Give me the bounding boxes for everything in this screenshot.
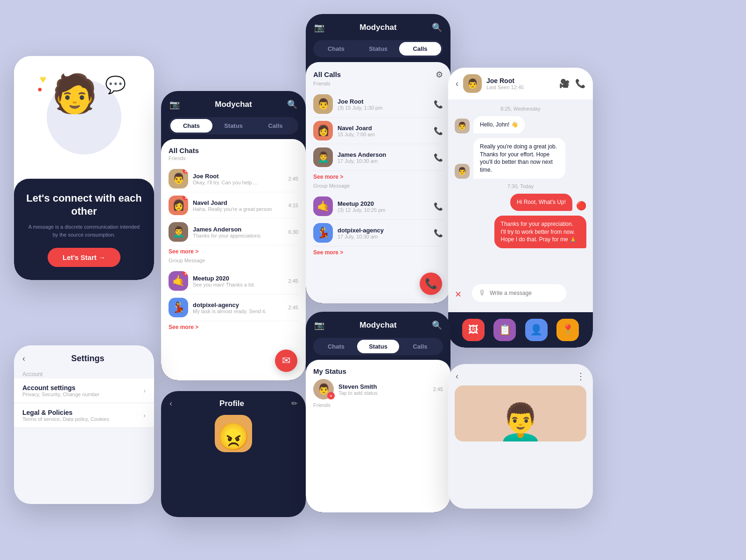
profile-edit-icon[interactable]: ✏ — [291, 399, 297, 408]
call-item-james[interactable]: 👨‍🦱 James Anderson 17 July, 10:30 am 📞 — [313, 144, 443, 171]
chat-item-meetup[interactable]: 🤙2 Meetup 2020 See you man! Thanks a lot… — [169, 268, 298, 294]
chat-item-james[interactable]: 👨‍🦱 James Anderson Thanks for your appre… — [169, 219, 298, 245]
chat-info-joe: Joe Root Okay, I'll try. Can you help...… — [193, 173, 284, 185]
msg-bubble-sent-2: Thanks for your appreciation. I'll try t… — [494, 216, 586, 248]
calls-tab-calls[interactable]: Calls — [399, 42, 441, 56]
welcome-illustration-area: ♥ ● 💬 🧑 — [14, 56, 154, 179]
call-name-dotpixel: dotpixel-agency — [338, 227, 429, 234]
chat-info-meetup: Meetup 2020 See you man! Thanks a lot. — [193, 275, 284, 287]
my-status-item[interactable]: 👨+ Steven Smith Tap to add status 2:45 — [313, 376, 443, 402]
message-input[interactable] — [490, 290, 560, 296]
sender-avatar-small-2: 👨 — [455, 164, 470, 179]
calls-avatar-james: 👨‍🦱 — [313, 147, 333, 167]
chats-tab-bar: Chats Status Calls — [169, 117, 298, 134]
calls-tab-status[interactable]: Status — [357, 42, 399, 56]
call-item-dotpixel-calls[interactable]: 💃 dotpixel-agency 17 July, 10:30 am 📞 — [313, 220, 443, 246]
msg-sent-1: Hi Root, What's Up! 🔴 — [455, 194, 586, 211]
heart-icon-1: ♥ — [40, 73, 46, 86]
settings-item-account[interactable]: Account settings Privacy, Security, Chan… — [14, 378, 154, 403]
video-call-icon[interactable]: 🎥 — [559, 78, 570, 89]
status-app-title: Modychat — [359, 321, 396, 330]
bottom-image-button[interactable]: 🖼 — [462, 319, 485, 341]
chat-time-navel: 4:15 — [289, 203, 298, 208]
msg-bubble-received-1: Hello, John! 👋 — [473, 116, 525, 133]
msg-received-1: 👨 Hello, John! 👋 — [455, 116, 586, 133]
my-status-info: Steven Smith Tap to add status — [338, 383, 378, 396]
status-add-badge: + — [327, 392, 335, 399]
bottom-location-button[interactable]: 📍 — [556, 319, 579, 341]
bottom-contact-button[interactable]: 👤 — [525, 319, 548, 341]
chat-name-meetup: Meetup 2020 — [193, 275, 284, 282]
chevron-icon-account: › — [143, 387, 146, 394]
badge-joe: 2 — [183, 169, 188, 174]
voice-call-icon[interactable]: 📞 — [575, 78, 585, 89]
status-tab-status[interactable]: Status — [357, 340, 399, 353]
calls-see-more-groups[interactable]: See more > — [313, 246, 343, 259]
chat-name-dotpixel: dotpixel-agency — [193, 301, 284, 308]
compose-fab[interactable]: ✉ — [275, 350, 297, 372]
call-item-navel[interactable]: 👩 Navel Joard 15 July, 7:00 am 📞 — [313, 118, 443, 144]
status-search-icon[interactable]: 🔍 — [432, 320, 442, 330]
chat-item-dotpixel[interactable]: 💃 dotpixel-agency My task is almost read… — [169, 294, 298, 321]
chat-item-joe[interactable]: 👨2 Joe Root Okay, I'll try. Can you help… — [169, 166, 298, 192]
call-item-meetup[interactable]: 🤙 Meetup 2020 (3) 12 July, 10:25 pm 📞 — [313, 193, 443, 220]
see-more-groups-button[interactable]: See more > — [169, 321, 198, 333]
call-phone-icon-navel[interactable]: 📞 — [434, 126, 443, 135]
back-button[interactable]: ‹ — [456, 79, 458, 89]
search-icon[interactable]: 🔍 — [287, 99, 297, 110]
recent-header: ‹ ⋮ — [448, 364, 593, 385]
calls-camera-icon[interactable]: 📷 — [314, 22, 324, 33]
msg-date-wednesday: 8:25, Wednesday — [455, 106, 586, 112]
chats-list-body: All Chats Friends 👨2 Joe Root Okay, I'll… — [161, 139, 306, 380]
calls-fab[interactable]: 📞 — [420, 273, 442, 295]
tab-chats[interactable]: Chats — [170, 119, 212, 133]
chats-app-title: Modychat — [215, 100, 252, 109]
status-tab-calls[interactable]: Calls — [399, 340, 441, 353]
call-info-joe: Joe Root (3) 15 July, 1:30 pm — [338, 98, 429, 111]
profile-header: ‹ Profile ✏ — [161, 391, 306, 413]
settings-screen: ‹ Settings Account Account settings Priv… — [14, 345, 154, 504]
calls-tab-bar: Chats Status Calls — [313, 40, 443, 57]
chat-preview-navel: Haha. Really you're a great person — [193, 206, 284, 212]
call-phone-icon-meetup[interactable]: 📞 — [434, 202, 443, 211]
avatar-james: 👨‍🦱 — [169, 222, 188, 242]
tab-calls[interactable]: Calls — [254, 119, 296, 133]
calls-app-title: Modychat — [359, 23, 396, 32]
message-input-container: 🎙 — [472, 284, 566, 302]
status-camera-icon[interactable]: 📷 — [314, 320, 324, 330]
call-name-james: James Anderson — [338, 151, 429, 158]
calls-header: 📷 Modychat 🔍 — [306, 14, 450, 37]
mic-icon[interactable]: 🎙 — [479, 289, 486, 297]
chat-item-navel[interactable]: 👩1 Navel Joard Haha. Really you're a gre… — [169, 192, 298, 219]
delete-button[interactable]: ✕ — [455, 289, 462, 300]
convo-contact-name: Joe Root — [486, 77, 524, 84]
avatar-navel: 👩1 — [169, 196, 188, 215]
lets-start-button[interactable]: Let's Start → — [48, 248, 120, 267]
settings-item-legal[interactable]: Legal & Policies Terms of service, Data … — [14, 403, 154, 428]
filter-icon[interactable]: ⚙ — [436, 70, 443, 80]
calls-avatar-joe: 👨 — [313, 94, 333, 114]
call-phone-icon-dotpixel[interactable]: 📞 — [434, 229, 443, 238]
call-item-joe[interactable]: 👨 Joe Root (3) 15 July, 1:30 pm 📞 — [313, 91, 443, 118]
calls-see-more-friends[interactable]: See more > — [313, 171, 343, 183]
call-info-meetup: Meetup 2020 (3) 12 July, 10:25 pm — [338, 200, 429, 213]
chats-screen: 📷 Modychat 🔍 Chats Status Calls All Chat… — [161, 91, 306, 380]
call-phone-icon-james[interactable]: 📞 — [434, 153, 443, 162]
status-tab-chats[interactable]: Chats — [315, 340, 357, 353]
status-screen: 📷 Modychat 🔍 Chats Status Calls My Statu… — [306, 312, 450, 512]
settings-header: ‹ Settings — [14, 345, 154, 368]
see-more-friends-button[interactable]: See more > — [169, 245, 198, 258]
settings-account-info: Account settings Privacy, Security, Chan… — [22, 384, 143, 397]
calls-search-icon[interactable]: 🔍 — [432, 22, 442, 33]
call-phone-icon-joe[interactable]: 📞 — [434, 100, 443, 109]
chat-bubble-icon: 💬 — [105, 75, 126, 95]
calls-tab-chats[interactable]: Chats — [315, 42, 357, 56]
recent-more-icon[interactable]: ⋮ — [576, 371, 585, 382]
tab-status[interactable]: Status — [212, 119, 254, 133]
recent-profile-image: 👨‍🦱 — [455, 385, 586, 441]
recent-back-button[interactable]: ‹ — [456, 371, 458, 381]
settings-back-button[interactable]: ‹ — [22, 354, 25, 364]
convo-last-seen: Last Seen 12:45 — [486, 84, 524, 90]
bottom-doc-button[interactable]: 📋 — [493, 319, 516, 341]
camera-icon[interactable]: 📷 — [169, 99, 180, 110]
